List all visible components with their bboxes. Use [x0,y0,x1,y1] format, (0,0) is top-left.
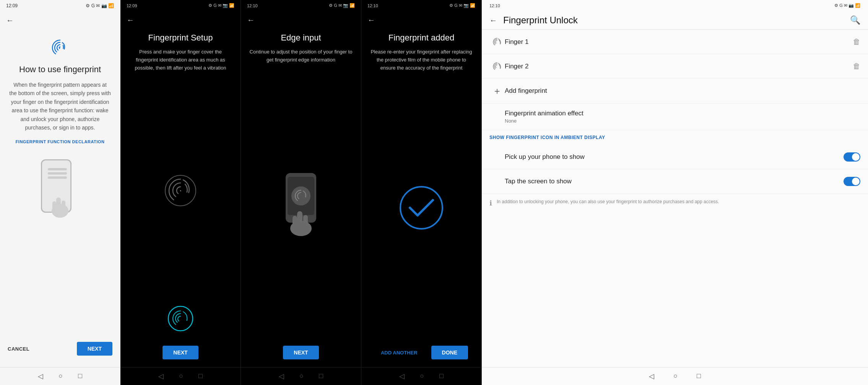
animation-effect-value: None [505,118,860,124]
svg-rect-10 [297,211,302,230]
check-circle-icon [397,183,446,233]
nav-home-icon-p5[interactable]: ○ [673,372,678,380]
finger-2-action: 🗑 [853,62,860,71]
add-fingerprint-text: Add fingerprint [505,87,860,95]
settings-header: ← Fingerprint Unlock 🔍 [482,11,868,30]
settings-title: Fingerprint Unlock [503,15,578,26]
pick-up-toggle-switch[interactable] [844,152,860,162]
bottom-fp-icon [167,305,194,332]
nav-home-icon[interactable]: ○ [59,372,63,380]
tap-screen-toggle-switch[interactable] [844,177,860,186]
next-button-panel3[interactable]: NEXT [283,346,319,359]
back-button-panel2[interactable]: ← [120,11,241,29]
time-panel3: 12:10 [247,3,258,8]
next-button-panel1[interactable]: NEXT [77,342,112,356]
finger-2-item: Finger 2 🗑 [482,54,868,79]
edge-input-description: Continue to adjust the position of your … [249,48,353,64]
nav-back-icon[interactable]: ◁ [38,372,43,380]
back-button-panel1[interactable]: ← [0,11,120,29]
svg-rect-3 [52,201,56,213]
tap-screen-toggle[interactable] [844,177,860,186]
pick-up-toggle[interactable] [844,152,860,162]
finger-1-delete-icon[interactable]: 🗑 [853,37,860,46]
nav-home-icon-p4[interactable]: ○ [420,372,424,380]
setup-content: Fingerprint Setup Press and make your fi… [120,29,241,305]
status-icons-panel3: ⚙ G ✉ 📷 📶 [329,3,355,8]
nav-recent-icon-p4[interactable]: □ [439,372,444,380]
nav-back-icon-p4[interactable]: ◁ [399,372,405,380]
finger-1-action: 🗑 [853,37,860,46]
added-illustration [397,79,446,336]
done-button[interactable]: DONE [431,346,468,359]
setup-description: Press and make your finger cover the fin… [128,48,233,72]
animation-effect-item[interactable]: Fingerprint animation effect None [482,104,868,130]
add-fingerprint-label: Add fingerprint [505,87,860,95]
nav-back-icon-p5[interactable]: ◁ [649,372,654,380]
add-another-button[interactable]: ADD ANOTHER [375,346,424,359]
finger-2-fp-icon [489,61,505,71]
add-fingerprint-item[interactable]: ＋ Add fingerprint [482,79,868,104]
status-icons-panel1: ⚙ G ✉ 📷 📶 [86,3,114,8]
setup-title: Fingerprint Setup [148,33,213,43]
fp-scan-icon [161,171,200,210]
nav-bar-panel4: ◁ ○ □ [361,367,481,385]
how-to-use-title: How to use fingerprint [19,65,101,74]
status-bar-panel5: 12:10 ⚙ G ✉ 📷 📶 [482,0,868,11]
back-button-panel4[interactable]: ← [361,11,481,29]
nav-recent-icon-p5[interactable]: □ [697,372,701,380]
svg-rect-11 [303,215,308,231]
svg-point-5 [168,306,193,331]
panel-fingerprint-setup: 12:09 ⚙ G ✉ 📷 📶 ← Fingerprint Setup Pres… [120,0,241,385]
tap-screen-text: Tap the screen to show [489,178,837,185]
finger-1-label: Finger 1 [505,38,847,46]
pick-up-label: Pick up your phone to show [505,153,837,161]
nav-recent-icon[interactable]: □ [78,372,82,380]
settings-list: Finger 1 🗑 Finger 2 🗑 [482,30,868,367]
nav-bar-panel2: ◁ ○ □ [120,367,241,385]
nav-recent-icon-p2[interactable]: □ [198,372,203,380]
svg-rect-2 [62,201,65,213]
settings-header-left: ← Fingerprint Unlock [489,15,578,26]
animation-effect-label: Fingerprint animation effect [505,110,860,117]
status-icons-panel4: ⚙ G ✉ 📷 📶 [449,3,475,8]
info-text: In addition to unlocking your phone, you… [497,198,719,205]
svg-point-8 [291,186,310,205]
time-panel2: 12:09 [127,3,137,8]
nav-back-icon-p3[interactable]: ◁ [279,372,284,380]
added-title: Fingerprint added [388,33,454,43]
fingerprint-icon [49,37,71,58]
phone-illustration [37,159,83,220]
phone-hand-icon [276,169,326,238]
phone-screen-lines [48,168,67,181]
finger-1-item: Finger 1 🗑 [482,30,868,54]
back-button-panel5[interactable]: ← [489,16,497,25]
cancel-button[interactable]: CANCEL [8,346,29,352]
svg-rect-12 [293,216,297,231]
nav-bar-panel1: ◁ ○ □ [0,367,120,385]
added-description: Please re-enter your fingerprint after r… [369,48,474,72]
edge-input-illustration [276,72,326,336]
ambient-display-link[interactable]: SHOW FINGERPRINT ICON IN AMBIENT DISPLAY [482,130,868,145]
finger-1-text: Finger 1 [505,38,847,46]
panel-fingerprint-unlock-settings: 12:10 ⚙ G ✉ 📷 📶 ← Fingerprint Unlock 🔍 F… [482,0,868,385]
nav-recent-icon-p3[interactable]: □ [319,372,323,380]
status-icons-panel5: ⚙ G ✉ 📷 📶 [834,3,860,8]
time-panel5: 12:10 [489,3,500,8]
nav-back-icon-p2[interactable]: ◁ [158,372,164,380]
next-button-panel2[interactable]: NEXT [163,346,198,359]
status-bar-panel1: 12:09 ⚙ G ✉ 📷 📶 [0,0,120,11]
back-button-panel3[interactable]: ← [241,11,361,29]
hand-icon [45,190,75,220]
declaration-link[interactable]: FINGERPRINT FUNCTION DECLARATION [16,139,105,144]
nav-home-icon-p2[interactable]: ○ [179,372,183,380]
edge-actions: NEXT [241,340,361,367]
finger-2-text: Finger 2 [505,63,847,70]
finger-2-delete-icon[interactable]: 🗑 [853,62,860,70]
add-icon: ＋ [489,85,505,97]
svg-point-13 [400,187,442,229]
search-icon[interactable]: 🔍 [850,15,860,25]
info-icon: ℹ [489,199,492,207]
edge-input-content: Edge input Continue to adjust the positi… [241,29,361,340]
nav-home-icon-p3[interactable]: ○ [299,372,304,380]
settings-info: ℹ In addition to unlocking your phone, y… [482,194,868,212]
